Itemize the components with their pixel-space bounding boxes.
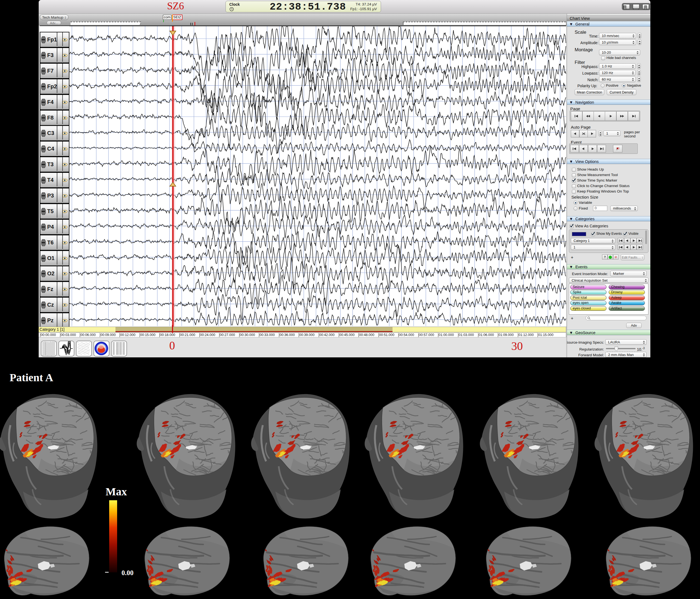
- svg-text:Patient A: Patient A: [9, 371, 53, 384]
- svg-text:0.00: 0.00: [122, 569, 133, 576]
- svg-text:Max: Max: [106, 485, 127, 498]
